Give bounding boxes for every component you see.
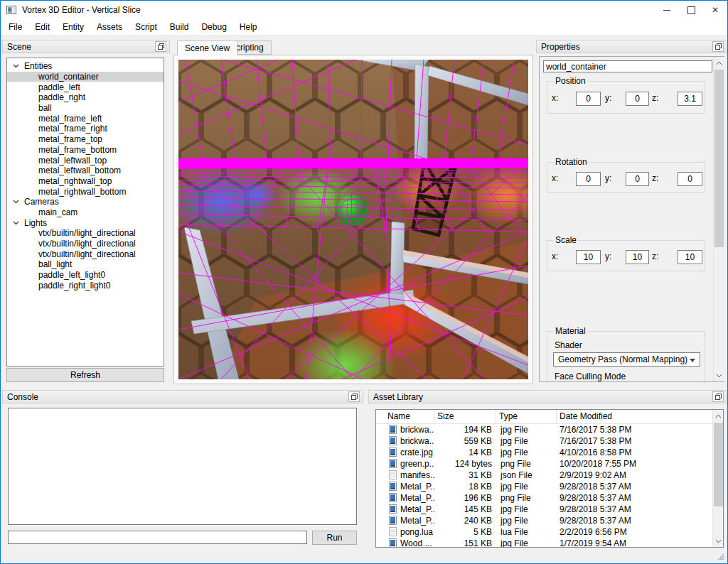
tree-group-cameras[interactable]: Cameras xyxy=(7,197,164,207)
chevron-down-icon[interactable] xyxy=(13,221,19,225)
asset-row-green-p-[interactable]: green.p...124 bytespng File10/20/2018 7:… xyxy=(376,458,712,470)
menu-item-entity[interactable]: Entity xyxy=(56,20,90,35)
tree-item-metal-leftwall-bottom[interactable]: metal_leftwall_bottom xyxy=(7,166,164,176)
chevron-down-icon xyxy=(690,359,695,362)
run-button[interactable]: Run xyxy=(312,531,357,545)
console-float-icon[interactable] xyxy=(348,391,360,402)
asset-date: 10/20/2018 7:55 PM xyxy=(560,459,709,469)
asset-row-pong-lua[interactable]: pong.lua5 KBlua File2/2/2019 6:56 PM xyxy=(376,526,712,538)
column-header-date[interactable]: Date Modified xyxy=(557,410,712,423)
tree-item-label: vtx/builtin/light_directional xyxy=(38,239,136,249)
properties-scrollbar[interactable] xyxy=(713,57,725,381)
tree-group-entities[interactable]: Entities xyxy=(7,61,164,72)
tree-item-main-cam[interactable]: main_cam xyxy=(7,207,164,218)
console-panel-header[interactable]: Console xyxy=(2,390,363,403)
scale-z-field[interactable] xyxy=(678,250,702,264)
menu-item-help[interactable]: Help xyxy=(233,20,264,35)
scene-float-icon[interactable] xyxy=(155,41,166,52)
scroll-down-icon[interactable] xyxy=(713,535,724,547)
menu-item-build[interactable]: Build xyxy=(164,20,196,35)
asset-type: jpg File xyxy=(500,538,557,548)
tree-item-metal-leftwall-top[interactable]: metal_leftwall_top xyxy=(7,155,164,166)
tree-item-metal-rightwall-bottom[interactable]: metal_rightwall_bottom xyxy=(7,186,164,197)
asset-row-metal-p-[interactable]: Metal_P...18 KBjpg File9/28/2018 5:37 AM xyxy=(376,481,712,492)
properties-float-icon[interactable] xyxy=(712,41,724,52)
column-header-size[interactable]: Size xyxy=(434,410,496,423)
tree-item-paddle-left[interactable]: paddle_left xyxy=(7,82,164,92)
menu-item-edit[interactable]: Edit xyxy=(28,20,56,35)
asset-row-brickwa-[interactable]: brickwa...559 KBjpg File7/16/2017 5:38 P… xyxy=(376,435,712,447)
scroll-up-icon[interactable] xyxy=(714,57,724,69)
maximize-button[interactable] xyxy=(679,1,703,19)
scene-viewport-render[interactable] xyxy=(178,60,528,379)
close-button[interactable]: ✕ xyxy=(703,1,727,19)
asset-row-brickwa-[interactable]: brickwa...194 KBjpg File7/16/2017 5:38 P… xyxy=(376,424,712,435)
menu-item-assets[interactable]: Assets xyxy=(90,20,129,35)
tree-item-label: metal_leftwall_bottom xyxy=(38,166,121,175)
image-file-icon xyxy=(389,504,397,516)
asset-table-scrollbar[interactable] xyxy=(712,410,724,547)
properties-panel-header[interactable]: Properties xyxy=(536,40,727,53)
scene-tree[interactable]: Entitiesworld_containerpaddle_leftpaddle… xyxy=(6,58,164,367)
tree-item-metal-frame-bottom[interactable]: metal_frame_bottom xyxy=(7,145,164,156)
asset-library-header[interactable]: Asset Library xyxy=(368,390,727,403)
tree-item-paddle-right-light0[interactable]: paddle_right_light0 xyxy=(7,280,164,291)
chevron-down-icon[interactable] xyxy=(13,64,19,68)
entity-name-field[interactable] xyxy=(543,60,712,72)
column-header-name[interactable]: Name xyxy=(376,410,434,423)
position-y-field[interactable] xyxy=(626,92,649,106)
image-file-icon xyxy=(389,459,397,470)
tree-item-paddle-left-light0[interactable]: paddle_left_light0 xyxy=(7,270,164,281)
shader-dropdown[interactable]: Geometry Pass (Normal Mapping) xyxy=(553,352,700,367)
tree-item-vtx-builtin-light-directional[interactable]: vtx/builtin/light_directional xyxy=(7,239,164,249)
tree-item-paddle-right[interactable]: paddle_right xyxy=(7,92,164,103)
scrollbar-thumb[interactable] xyxy=(714,70,724,247)
asset-row-crate-jpg[interactable]: crate.jpg14 KBjpg File4/10/2016 8:58 PM xyxy=(376,447,712,458)
refresh-button[interactable]: Refresh xyxy=(6,368,164,382)
tree-group-lights[interactable]: Lights xyxy=(7,217,164,228)
rotation-z-field[interactable] xyxy=(678,172,702,186)
asset-row-metal-p-[interactable]: Metal_P...196 KBpng File9/28/2018 5:37 A… xyxy=(376,492,712,504)
position-x-field[interactable] xyxy=(576,92,601,106)
splitter-horizontal[interactable] xyxy=(1,384,727,390)
minimize-button[interactable] xyxy=(655,1,679,19)
asset-table[interactable]: Name Size Type Date Modified brickwa...1… xyxy=(375,409,724,548)
column-header-type[interactable]: Type xyxy=(496,410,557,423)
tree-item-metal-frame-top[interactable]: metal_frame_top xyxy=(7,134,164,145)
asset-row-wood-[interactable]: Wood ...151 KBjpg File1/7/2019 9:54 AM xyxy=(376,538,712,548)
asset-row-manifes-[interactable]: manifes...31 KBjson File2/9/2019 9:02 AM xyxy=(376,470,712,481)
splitter-left[interactable] xyxy=(170,40,173,384)
menu-item-debug[interactable]: Debug xyxy=(195,20,232,35)
tree-item-vtx-builtin-light-directional[interactable]: vtx/builtin/light_directional xyxy=(7,228,164,239)
tree-item-ball-light[interactable]: ball_light xyxy=(7,259,164,270)
position-z-field[interactable] xyxy=(678,92,702,106)
tab-scene-view[interactable]: Scene View xyxy=(177,40,237,55)
rotation-y-field[interactable] xyxy=(626,172,649,186)
scroll-down-icon[interactable] xyxy=(714,369,724,381)
scrollbar-thumb[interactable] xyxy=(714,423,723,506)
menu-item-file[interactable]: File xyxy=(2,20,28,35)
scroll-up-icon[interactable] xyxy=(713,410,724,422)
menu-item-script[interactable]: Script xyxy=(129,20,164,35)
tree-item-vtx-builtin-light-directional[interactable]: vtx/builtin/light_directional xyxy=(7,249,164,259)
asset-row-metal-p-[interactable]: Metal_P...240 KBjpg File9/28/2018 5:37 A… xyxy=(376,515,712,526)
asset-library-float-icon[interactable] xyxy=(712,391,724,402)
scale-y-field[interactable] xyxy=(626,250,649,264)
scale-x-field[interactable] xyxy=(576,250,601,264)
tree-item-metal-frame-left[interactable]: metal_frame_left xyxy=(7,113,164,124)
tree-item-metal-frame-right[interactable]: metal_frame_right xyxy=(7,124,164,134)
tree-item-metal-rightwall-top[interactable]: metal_rightwall_top xyxy=(7,176,164,187)
title-bar[interactable]: Vortex 3D Editor - Vertical Slice ✕ xyxy=(1,1,727,19)
splitter-right[interactable] xyxy=(533,40,536,384)
tree-item-ball[interactable]: ball xyxy=(7,103,164,114)
chevron-down-icon[interactable] xyxy=(13,200,19,204)
tree-item-world-container[interactable]: world_container xyxy=(7,72,164,82)
console-input[interactable] xyxy=(8,531,307,544)
asset-row-metal-p-[interactable]: Metal_P...145 KBjpg File9/28/2018 5:37 A… xyxy=(376,504,712,515)
console-output[interactable] xyxy=(8,408,357,525)
resize-grip[interactable] xyxy=(717,553,724,560)
asset-type: jpg File xyxy=(500,436,557,446)
splitter-bottom[interactable] xyxy=(363,390,368,553)
scene-panel-header[interactable]: Scene xyxy=(2,40,170,53)
rotation-x-field[interactable] xyxy=(576,172,601,186)
